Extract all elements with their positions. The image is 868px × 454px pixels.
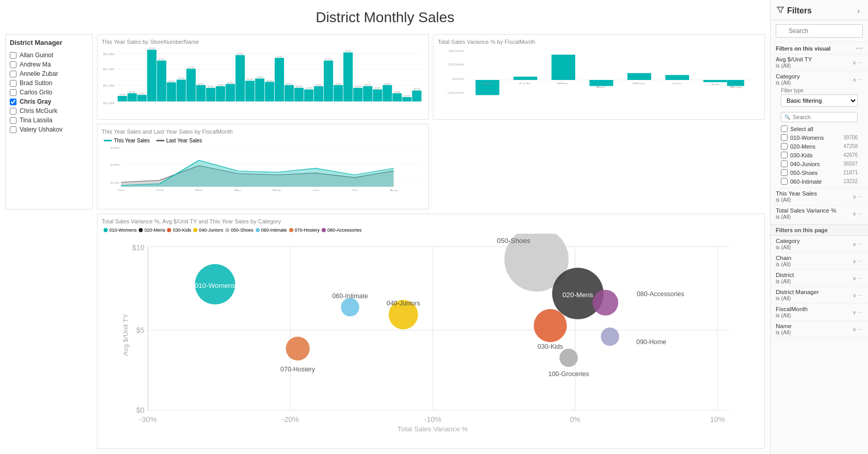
svg-text:Jan: Jan xyxy=(118,189,125,191)
bar[interactable] xyxy=(382,85,392,102)
page-filter-district-header[interactable]: District is (All) ∨⋯ xyxy=(776,272,863,284)
bar[interactable] xyxy=(127,93,137,102)
bar[interactable] xyxy=(402,97,411,101)
bar[interactable] xyxy=(324,60,333,101)
bar[interactable] xyxy=(226,84,235,102)
dm-list-item[interactable]: Tina Lassila xyxy=(10,116,88,125)
filter-category-header[interactable]: Category is (All) ∧ ⋯ xyxy=(776,73,863,86)
bar[interactable] xyxy=(412,90,421,101)
filter-variance-name: Total Sales Variance % xyxy=(776,207,836,214)
bar[interactable] xyxy=(265,82,274,102)
bar[interactable] xyxy=(245,80,255,101)
filter-select-all-label[interactable]: Select all xyxy=(781,125,858,132)
page-title: District Monthly Sales xyxy=(5,5,765,30)
filter-this-year-header[interactable]: This Year Sales is (All) ∨ ⋯ xyxy=(776,190,863,203)
bar[interactable] xyxy=(118,96,127,102)
bar[interactable] xyxy=(363,86,372,102)
bar[interactable] xyxy=(255,78,264,101)
filter-cat-label[interactable]: 050-Shoes xyxy=(781,169,841,176)
bar[interactable] xyxy=(373,89,382,101)
dm-checkbox[interactable] xyxy=(10,71,16,77)
bar[interactable] xyxy=(166,83,176,102)
filter-cat-label[interactable]: 020-Mens xyxy=(781,143,841,150)
filters-search-input[interactable] xyxy=(776,24,863,38)
bar[interactable] xyxy=(304,89,313,101)
page-filter-fm-icons: ∨⋯ xyxy=(853,310,863,315)
dm-list-item[interactable]: Chris McGurk xyxy=(10,106,88,116)
bar[interactable] xyxy=(216,86,225,102)
bar[interactable] xyxy=(392,93,402,102)
scatter-point-accessories[interactable] xyxy=(593,290,619,316)
dm-list-item[interactable]: Allan Guinot xyxy=(10,51,88,60)
dm-checkbox[interactable] xyxy=(10,80,16,87)
dm-checkbox[interactable] xyxy=(10,52,16,59)
filter-cat-checkbox[interactable] xyxy=(781,134,788,141)
filter-cat-name: 020-Mens xyxy=(790,143,815,150)
bar[interactable] xyxy=(196,85,206,102)
dm-list-item[interactable]: Brad Sutton xyxy=(10,78,88,88)
svg-rect-52 xyxy=(627,73,651,80)
svg-text:Jun: Jun xyxy=(312,189,320,191)
filter-type-select[interactable]: Basic filtering Advanced filtering Top N xyxy=(781,94,858,107)
scatter-point-hosiery[interactable] xyxy=(286,336,309,360)
bar[interactable] xyxy=(137,95,146,102)
bar[interactable] xyxy=(187,69,196,101)
scatter-point-kids[interactable] xyxy=(534,309,567,342)
filter-variance-header[interactable]: Total Sales Variance % is (All) ∨ ⋯ xyxy=(776,207,863,220)
bar[interactable] xyxy=(206,88,215,101)
filter-cat-label[interactable]: 030-Kids xyxy=(781,152,841,158)
svg-text:$0M: $0M xyxy=(413,88,420,90)
bar[interactable] xyxy=(147,50,156,101)
page-filter-category-header[interactable]: Category is (All) ∨⋯ xyxy=(776,238,863,250)
scatter-point-groceries[interactable] xyxy=(559,349,578,367)
bar[interactable] xyxy=(343,53,353,102)
dm-checkbox[interactable] xyxy=(10,108,16,115)
bar[interactable] xyxy=(157,60,166,101)
bar[interactable] xyxy=(236,55,245,102)
filter-cat-checkbox[interactable] xyxy=(781,152,788,158)
page-filter-district-manager-header[interactable]: District Manager is (All) ∨⋯ xyxy=(776,289,863,301)
page-filter-name-header[interactable]: Name is (All) ∨⋯ xyxy=(776,323,863,335)
filter-cat-checkbox[interactable] xyxy=(781,169,788,176)
svg-text:$0M: $0M xyxy=(335,83,341,85)
bar[interactable] xyxy=(275,58,284,101)
page-filter-fm-header[interactable]: FiscalMonth is (All) ∨⋯ xyxy=(776,306,863,318)
bar[interactable] xyxy=(314,86,323,102)
filter-avg-unit-header[interactable]: Avg $/Unit TY is (All) ∨ ⋯ xyxy=(776,56,863,69)
dm-list-item[interactable]: Carlos Grilo xyxy=(10,88,88,97)
dm-list-item[interactable]: Valery Ushakov xyxy=(10,125,88,134)
scatter-legend-item: 010-Womens xyxy=(104,228,137,233)
variance-chart-title: Total Sales Variance % by FiscalMonth xyxy=(438,39,760,45)
scatter-point-intimate[interactable] xyxy=(341,298,359,317)
dm-checkbox[interactable] xyxy=(10,99,16,105)
filter-search-mini-input[interactable] xyxy=(781,112,858,122)
bar[interactable] xyxy=(353,88,362,101)
bar[interactable] xyxy=(333,85,343,102)
bar[interactable] xyxy=(294,88,304,101)
filter-cat-count: 47258 xyxy=(843,143,858,149)
filter-select-all-checkbox[interactable] xyxy=(781,125,788,132)
dm-list-item[interactable]: Chris Gray xyxy=(10,97,88,106)
legend-label: 020-Mens xyxy=(144,228,165,233)
filters-close-button[interactable]: › xyxy=(855,7,862,15)
filter-cat-label[interactable]: 010-Womens xyxy=(781,134,841,141)
line-chart-legend: This Year Sales Last Year Sales xyxy=(102,137,424,144)
bar[interactable] xyxy=(177,79,186,101)
bar[interactable] xyxy=(285,85,294,102)
dm-checkbox[interactable] xyxy=(10,117,16,124)
filter-cat-label[interactable]: 060-Intimate xyxy=(781,178,841,185)
dm-checkbox[interactable] xyxy=(10,61,16,68)
filter-cat-checkbox[interactable] xyxy=(781,178,788,185)
filter-cat-label[interactable]: 040-Juniors xyxy=(781,160,841,167)
dm-checkbox[interactable] xyxy=(10,89,16,96)
page-filter-chain-header[interactable]: Chain is (All) ∨⋯ xyxy=(776,255,863,267)
filter-avg-unit-name: Avg $/Unit TY xyxy=(776,56,812,62)
filter-cat-checkbox[interactable] xyxy=(781,160,788,167)
scatter-legend-item: 030-Kids xyxy=(167,228,191,233)
dm-list-item[interactable]: Andrew Ma xyxy=(10,60,88,69)
scatter-point-home[interactable] xyxy=(601,328,620,346)
filter-cat-checkbox[interactable] xyxy=(781,143,788,150)
svg-text:090-Home: 090-Home xyxy=(636,338,666,346)
dm-list-item[interactable]: Annelie Zubar xyxy=(10,69,88,78)
dm-checkbox[interactable] xyxy=(10,126,16,133)
